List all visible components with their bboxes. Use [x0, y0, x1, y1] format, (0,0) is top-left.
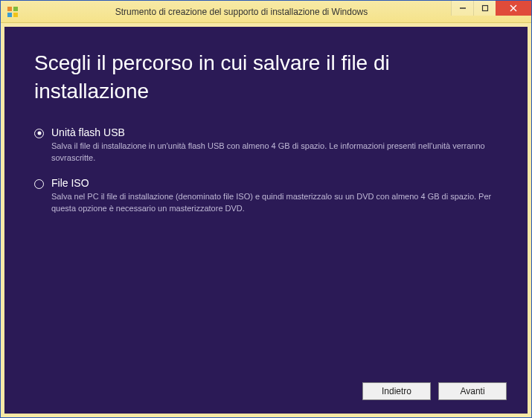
svg-rect-1 — [13, 7, 18, 11]
option-usb-text: Unità flash USB Salva il file di install… — [51, 126, 498, 164]
option-iso-text: File ISO Salva nel PC il file di install… — [51, 177, 498, 215]
svg-rect-5 — [482, 6, 487, 11]
maximize-button[interactable] — [473, 1, 496, 16]
close-button[interactable] — [496, 1, 531, 16]
option-iso-description: Salva nel PC il file di installazione (d… — [51, 191, 498, 215]
svg-rect-3 — [13, 13, 18, 17]
svg-rect-0 — [7, 7, 12, 11]
minimize-button[interactable] — [451, 1, 473, 16]
svg-rect-2 — [7, 13, 12, 17]
installer-window: Strumento di creazione del supporto di i… — [0, 0, 532, 418]
option-usb[interactable]: Unità flash USB Salva il file di install… — [34, 126, 498, 164]
option-usb-description: Salva il file di installazione in un'uni… — [51, 141, 498, 164]
option-usb-label: Unità flash USB — [51, 126, 498, 138]
page-heading: Scegli il percorso in cui salvare il fil… — [34, 49, 498, 106]
content-frame: Scegli il percorso in cui salvare il fil… — [1, 23, 531, 417]
content-panel: Scegli il percorso in cui salvare il fil… — [4, 27, 528, 414]
app-icon — [7, 6, 19, 18]
titlebar: Strumento di creazione del supporto di i… — [1, 1, 531, 23]
next-button[interactable]: Avanti — [438, 382, 507, 400]
footer-buttons: Indietro Avanti — [362, 382, 507, 400]
back-button[interactable]: Indietro — [362, 382, 431, 400]
radio-iso[interactable] — [34, 179, 44, 189]
option-iso[interactable]: File ISO Salva nel PC il file di install… — [34, 177, 498, 215]
options-group: Unità flash USB Salva il file di install… — [34, 126, 498, 216]
window-controls — [451, 1, 531, 16]
option-iso-label: File ISO — [51, 177, 498, 189]
radio-usb[interactable] — [34, 129, 44, 138]
